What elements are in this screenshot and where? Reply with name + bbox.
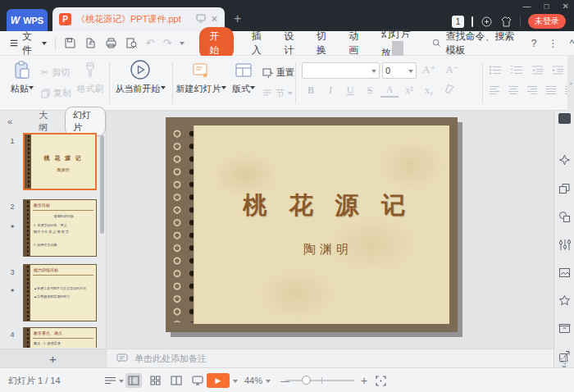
undo-icon[interactable]: ↶ (146, 37, 155, 49)
strikethrough-button[interactable]: S (361, 84, 379, 97)
presenter-view-button[interactable] (189, 373, 206, 388)
reset-button[interactable]: 重置 (262, 66, 294, 79)
cut-button[interactable]: ✂ 剪切 (41, 66, 70, 79)
subscript-button[interactable]: x₂ (420, 84, 438, 97)
layout-button[interactable]: 版式 (230, 61, 257, 95)
properties-sliders-icon[interactable] (558, 239, 571, 251)
current-slide[interactable]: 桃 花 源 记 陶渊明 (166, 117, 458, 332)
smart-beautify-icon[interactable] (558, 154, 571, 166)
paste-caret-icon (29, 86, 34, 92)
increase-font-icon[interactable]: A⁺ (422, 63, 435, 76)
new-slide-button[interactable]: 新建幻灯片 (175, 61, 226, 95)
increase-indent-button[interactable] (552, 65, 564, 77)
decrease-indent-button[interactable] (531, 65, 544, 77)
wps-home-tab[interactable]: W WPS (7, 9, 48, 31)
tab-design[interactable]: 设计 (284, 30, 298, 57)
tab-insert[interactable]: 插入 (252, 30, 266, 57)
font-name-combobox[interactable] (302, 62, 380, 79)
thumb-2-line: 翻译 古今 异 义 通 假 字 (34, 230, 93, 235)
object-layers-icon[interactable] (558, 183, 571, 195)
thumbnail-scrollbar-thumb[interactable] (100, 135, 104, 234)
tab-transitions[interactable]: 切换 (317, 30, 330, 57)
slide-thumbnail-1[interactable]: 桃 花 源 记 陶渊明 (23, 133, 97, 190)
zoom-value[interactable]: 44% (244, 376, 262, 385)
material-box-icon[interactable] (558, 322, 571, 335)
align-left-button[interactable] (489, 85, 500, 97)
print-preview-icon[interactable] (125, 37, 138, 49)
tab-animation[interactable]: 动画 (348, 30, 362, 57)
fit-to-window-button[interactable] (376, 368, 386, 392)
zoom-control: 44% — (244, 368, 289, 392)
quickbar-dropdown-icon[interactable] (180, 42, 184, 48)
zoom-slider-track[interactable] (285, 380, 354, 381)
favorites-star-icon[interactable] (558, 294, 571, 307)
thumbnail-scrollbar[interactable] (100, 134, 104, 343)
align-center-button[interactable] (508, 85, 519, 97)
clear-format-button[interactable] (440, 84, 458, 98)
slide-sorter-view-button[interactable] (147, 373, 163, 388)
save-icon[interactable] (64, 37, 76, 49)
tab-home[interactable]: 开始 (199, 27, 233, 60)
message-count-badge[interactable]: 1 (452, 16, 464, 28)
toolbar-overflow-strip[interactable]: › (567, 56, 574, 111)
background-image-icon[interactable] (558, 267, 571, 279)
canvas-scrollbar-thumb[interactable] (558, 113, 571, 124)
export-pdf-icon[interactable] (84, 37, 97, 49)
copy-button[interactable]: 复制 (41, 87, 71, 99)
add-slide-button[interactable]: + (0, 349, 107, 367)
close-window-button[interactable]: ✕ (563, 2, 569, 11)
shapes-icon[interactable] (558, 211, 571, 223)
maximize-button[interactable]: □ (544, 2, 549, 11)
notes-toggle-button[interactable] (104, 368, 124, 392)
align-right-button[interactable] (526, 85, 538, 97)
play-slideshow-button[interactable]: ▶ (207, 373, 230, 388)
italic-button[interactable]: I (321, 84, 339, 97)
play-from-current-button[interactable]: 从当前开始 (112, 59, 168, 95)
slide-title-text[interactable]: 桃 花 源 记 (215, 189, 441, 222)
notes-bar[interactable]: 单击此处添加备注 (107, 349, 554, 367)
collapse-panel-icon[interactable]: « (7, 116, 12, 126)
more-options-icon[interactable]: ⋮ (548, 38, 558, 49)
normal-view-button[interactable] (125, 373, 142, 388)
zoom-in-button[interactable]: + (361, 368, 367, 392)
underline-button[interactable]: U (341, 84, 359, 97)
slide-editing-canvas[interactable]: 桃 花 源 记 陶渊明 (107, 111, 554, 349)
font-size-steppers: A⁺ A⁻ (422, 63, 459, 76)
new-tab-button[interactable]: + (234, 12, 241, 25)
present-to-screen-icon[interactable] (196, 14, 206, 25)
justify-button[interactable] (545, 85, 557, 97)
slide-thumbnail-4[interactable]: 教学重点、难点 重点：1. 朗读背诵 (23, 327, 97, 348)
minimize-button[interactable]: — (523, 2, 531, 11)
print-icon[interactable] (105, 37, 117, 49)
font-size-combobox[interactable]: 0 (382, 62, 417, 79)
rewards-icon[interactable] (481, 16, 493, 28)
close-tab-icon[interactable]: ✕ (211, 14, 218, 25)
zoom-slider-handle[interactable] (302, 376, 311, 385)
speaker-icon[interactable] (558, 354, 571, 367)
play-slideshow-caret-icon[interactable] (233, 380, 238, 385)
numbering-button[interactable] (510, 65, 523, 77)
command-search[interactable]: 查找命令、搜索模板 (432, 30, 520, 57)
bullets-button[interactable] (489, 65, 502, 77)
reading-view-button[interactable] (168, 373, 184, 388)
tab-slideshow[interactable]: 幻灯片放 (381, 27, 419, 60)
superscript-button[interactable]: x² (400, 84, 418, 97)
slide-thumbnail-3[interactable]: 能力训练目标 ▲掌握工具书和学习文言字词的方法 ▲培养朗读和背诵的能力 (23, 264, 97, 321)
tab-slides[interactable]: 幻灯片 (65, 107, 106, 136)
section-button[interactable]: 节 (262, 87, 293, 99)
slide-author-text[interactable]: 陶渊明 (215, 242, 441, 258)
collapse-ribbon-icon[interactable]: ^ (569, 38, 574, 49)
theme-skin-icon[interactable] (500, 16, 512, 28)
format-painter-button[interactable]: 格式刷 (75, 61, 105, 95)
login-button[interactable]: 未登录 (528, 14, 566, 29)
slide-thumbnail-2[interactable]: 教学目标 道德知识目标 1. 掌握字词记音、释义、 翻译 古今 异 义 通 假 … (23, 199, 97, 257)
file-menu[interactable]: 文件 (0, 30, 55, 57)
decrease-font-icon[interactable]: A⁻ (445, 63, 458, 76)
help-icon[interactable]: ? (531, 38, 537, 49)
paste-button[interactable]: 粘贴 (7, 61, 38, 95)
tab-outline[interactable]: 大纲 (39, 109, 55, 134)
quick-access-toolbar: ↶ ↷ (56, 37, 194, 49)
font-color-button[interactable]: A (380, 84, 399, 98)
bold-button[interactable]: B (302, 84, 320, 97)
redo-icon[interactable]: ↷ (162, 37, 171, 49)
